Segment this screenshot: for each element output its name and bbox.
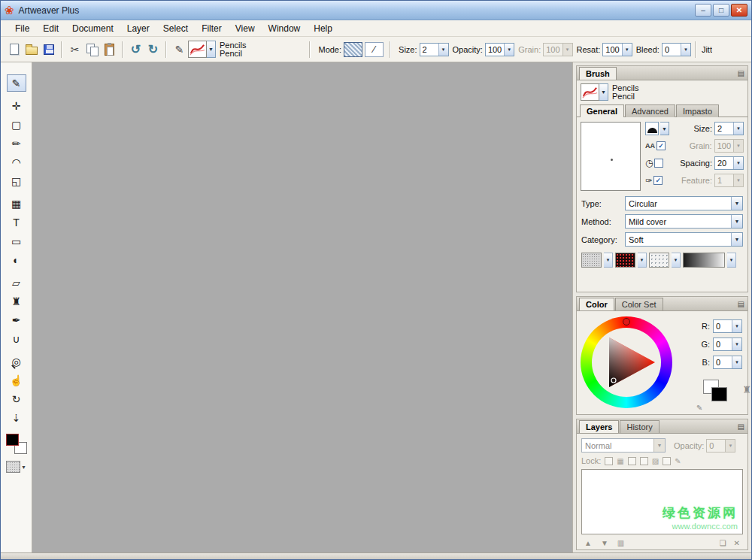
blue-dropdown-icon[interactable]: ▼ [732,356,741,368]
menu-edit[interactable]: Edit [36,21,65,36]
rotate-view-tool[interactable]: ↻ [7,390,26,407]
menu-view[interactable]: View [229,21,262,36]
panel-foreground-swatch[interactable] [711,387,727,401]
brush-spacing-dropdown-icon[interactable]: ▼ [733,157,743,169]
mode-paint-button[interactable] [344,42,362,57]
open-button[interactable] [23,41,40,58]
minimize-button[interactable]: – [695,4,711,17]
bleed-dropdown-icon[interactable]: ▼ [681,44,690,56]
cut-button[interactable]: ✂ [66,41,83,58]
eraser-tool[interactable]: ▱ [7,274,26,291]
brush-grain-input: 100▼ [714,139,744,153]
shape-tool[interactable]: ▭ [7,232,26,250]
antialias-checkbox[interactable] [656,141,666,150]
save-button[interactable] [40,41,57,58]
tab-general[interactable]: General [580,104,624,117]
crop-tool[interactable]: ◱ [7,172,26,189]
tab-history[interactable]: History [620,420,659,433]
tip-dropdown-icon[interactable]: ▼ [660,122,669,135]
stamp-mini-icon[interactable]: ♜ [742,384,751,395]
menu-file[interactable]: File [8,21,36,36]
zoom-tool[interactable]: ◎ [7,353,26,370]
undo-button[interactable]: ↺ [127,41,144,58]
palette-knife-tool[interactable]: ✒ [7,311,26,328]
copy-button[interactable] [83,41,101,58]
layers-list[interactable]: 绿色资源网 www.downcc.com [581,469,743,534]
pencil-tool[interactable]: ✏ [7,135,26,152]
tip-shape-selector[interactable] [645,122,659,135]
resat-input[interactable]: 100▼ [602,43,632,56]
gradient-tool[interactable]: ◐ [7,251,26,268]
tab-impasto[interactable]: Impasto [676,104,719,117]
mode-line-button[interactable]: ∕ [365,42,384,57]
method-select[interactable]: Mild cover▼ [625,214,743,229]
resat-dropdown-icon[interactable]: ▼ [622,44,632,56]
tab-advanced[interactable]: Advanced [625,104,675,117]
maximize-button[interactable]: □ [713,4,729,17]
bristle-checkbox[interactable] [653,176,663,185]
brush-panel-preview[interactable] [581,83,599,101]
new-document-button[interactable] [5,41,23,58]
paper-texture-dropdown-icon[interactable]: ▼ [604,253,613,268]
tab-brush[interactable]: Brush [579,67,617,80]
size-dropdown-icon[interactable]: ▼ [438,44,448,56]
fill-tool[interactable]: ∪ [7,330,26,347]
opacity-input[interactable]: 100▼ [485,43,514,56]
clone-stamp-tool[interactable]: ♜ [7,292,26,310]
gradient-dropdown-icon[interactable]: ▼ [727,253,736,268]
pattern-texture-swatch[interactable] [615,253,635,268]
brush-preview-swatch[interactable] [188,41,207,58]
dots-texture-swatch[interactable] [649,253,669,268]
menu-filter[interactable]: Filter [195,21,229,36]
pattern-texture-dropdown-icon[interactable]: ▼ [638,253,647,268]
lasso-tool[interactable]: ◠ [7,153,26,171]
menu-layer[interactable]: Layer [120,21,156,36]
hue-marker[interactable] [623,318,630,325]
size-input[interactable]: 2▼ [420,43,449,56]
menu-select[interactable]: Select [156,21,195,36]
brush-size-dropdown-icon[interactable]: ▼ [733,123,743,135]
green-dropdown-icon[interactable]: ▼ [732,338,741,350]
tab-color[interactable]: Color [579,298,614,310]
bleed-input[interactable]: 0▼ [662,43,691,56]
paste-button[interactable] [101,41,118,58]
red-dropdown-icon[interactable]: ▼ [732,320,741,332]
paint-tool[interactable]: ✎ [7,74,26,92]
blue-input[interactable]: 0▼ [713,356,742,369]
title-bar[interactable]: ❀ Artweaver Plus – □ ✕ [1,1,751,20]
tab-layers[interactable]: Layers [579,420,619,433]
opacity-dropdown-icon[interactable]: ▼ [504,44,514,56]
foreground-color-swatch[interactable] [6,434,19,446]
dots-texture-dropdown-icon[interactable]: ▼ [672,253,681,268]
tab-color-set[interactable]: Color Set [615,298,663,310]
redo-button[interactable]: ↻ [144,41,162,58]
canvas-area[interactable] [32,62,572,552]
timing-checkbox[interactable] [654,159,663,168]
selection-tool[interactable]: ▢ [7,116,26,133]
move-tool[interactable]: ✛ [7,97,26,114]
brush-spacing-input[interactable]: 20▼ [714,156,744,170]
brush-size-input[interactable]: 2▼ [714,122,744,135]
gradient-swatch[interactable] [683,253,725,268]
menu-document[interactable]: Document [65,21,120,36]
brush-panel-dropdown-icon[interactable]: ▼ [599,83,608,101]
menu-help[interactable]: Help [307,21,339,36]
red-input[interactable]: 0▼ [713,319,742,333]
paper-texture-swatch[interactable] [581,253,602,268]
saturation-triangle[interactable] [592,328,661,397]
color-picker-tool[interactable]: ⇣ [7,409,26,426]
color-wheel[interactable] [581,316,672,408]
category-select[interactable]: Soft▼ [625,232,743,247]
type-select[interactable]: Circular▼ [625,196,743,210]
green-input[interactable]: 0▼ [713,338,742,351]
pattern-selector[interactable]: ▼ [6,461,26,473]
pattern-stamp-tool[interactable]: ▦ [7,195,26,212]
panel-menu-icon[interactable]: ▤ [738,422,744,431]
brush-dropdown-icon[interactable]: ▼ [207,41,216,58]
panel-menu-icon[interactable]: ▤ [738,69,744,77]
text-tool[interactable]: T [7,213,26,231]
menu-window[interactable]: Window [262,21,308,36]
close-button[interactable]: ✕ [731,4,747,17]
panel-menu-icon[interactable]: ▤ [738,300,744,308]
hand-tool[interactable]: ☝ [7,371,26,389]
